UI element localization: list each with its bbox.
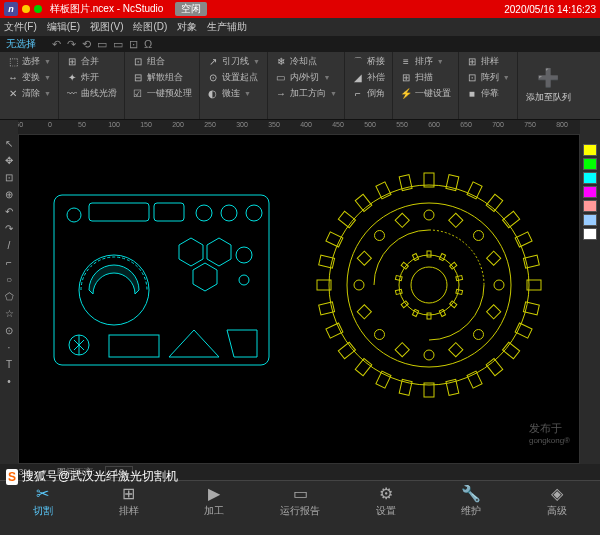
ribbon-停靠[interactable]: ■停靠	[463, 86, 513, 101]
ribbon-加工方向[interactable]: →加工方向▼	[272, 86, 340, 101]
svg-rect-56	[357, 251, 371, 265]
bottom-tab-维护[interactable]: 🔧维护	[429, 484, 515, 518]
tool-T[interactable]: T	[2, 357, 16, 371]
ribbon-倒角[interactable]: ⌐倒角	[349, 86, 388, 101]
watermark2-text: 发布于	[529, 421, 570, 436]
tool-/[interactable]: /	[2, 238, 16, 252]
tool-↷[interactable]: ↷	[2, 221, 16, 235]
qi7-icon[interactable]: Ω	[144, 38, 152, 51]
qi6-icon[interactable]: ⊡	[129, 38, 138, 51]
traffic-yellow-icon[interactable]	[22, 5, 30, 13]
dropdown-icon[interactable]: ▼	[244, 90, 251, 97]
ruler-tick: 200	[172, 121, 184, 128]
layer-swatch[interactable]	[583, 200, 597, 212]
ribbon-选择[interactable]: ⬚选择▼	[4, 54, 54, 69]
ribbon-变换[interactable]: ↔变换▼	[4, 70, 54, 85]
ribbon-排序[interactable]: ≡排序▼	[397, 54, 454, 69]
svg-point-61	[473, 231, 483, 241]
tool-✥[interactable]: ✥	[2, 153, 16, 167]
layer-swatch[interactable]	[583, 144, 597, 156]
ribbon-曲线光滑[interactable]: 〰曲线光滑	[63, 86, 120, 101]
qi3-icon[interactable]: ⟲	[82, 38, 91, 51]
bottom-tab-高级[interactable]: ◈高级	[514, 484, 600, 518]
menu-production[interactable]: 生产辅助	[207, 20, 247, 34]
dropdown-icon[interactable]: ▼	[253, 58, 260, 65]
ribbon-icon: ◢	[352, 72, 364, 84]
tool-⬠[interactable]: ⬠	[2, 289, 16, 303]
ribbon-合并[interactable]: ⊞合并	[63, 54, 120, 69]
dropdown-icon[interactable]: ▼	[330, 90, 337, 97]
bottom-tabs: ✂切割⊞排样▶加工▭运行报告⚙设置🔧维护◈高级	[0, 480, 600, 520]
layer-swatch[interactable]	[583, 228, 597, 240]
ribbon-icon: ⊡	[132, 56, 144, 68]
dropdown-icon[interactable]: ▼	[503, 74, 510, 81]
ribbon-icon: →	[275, 88, 287, 100]
svg-point-55	[354, 280, 364, 290]
tool-↖[interactable]: ↖	[2, 136, 16, 150]
ribbon-tab[interactable]: 无选择	[6, 37, 36, 51]
svg-point-78	[411, 267, 447, 303]
ribbon-一键设置[interactable]: ⚡一键设置	[397, 86, 454, 101]
ribbon-一键预处理[interactable]: ☑一键预处理	[129, 86, 195, 101]
tool-⊡[interactable]: ⊡	[2, 170, 16, 184]
ribbon-header: 无选择 ↶ ↷ ⟲ ▭ ▭ ⊡ Ω	[0, 36, 600, 52]
tool-↶[interactable]: ↶	[2, 204, 16, 218]
ribbon-冷却点[interactable]: ❄冷却点	[272, 54, 340, 69]
menu-edit[interactable]: 编辑(E)	[47, 20, 80, 34]
ribbon-icon: ⌐	[352, 88, 364, 100]
ribbon-解散组合[interactable]: ⊟解散组合	[129, 70, 195, 85]
dropdown-icon[interactable]: ▼	[44, 90, 51, 97]
ruler-tick: 350	[268, 121, 280, 128]
traffic-green-icon[interactable]	[34, 5, 42, 13]
bottom-tab-加工[interactable]: ▶加工	[171, 484, 257, 518]
tool-☆[interactable]: ☆	[2, 306, 16, 320]
ribbon-清除[interactable]: ✕清除▼	[4, 86, 54, 101]
dropdown-icon[interactable]: ▼	[44, 74, 51, 81]
menu-object[interactable]: 对象	[177, 20, 197, 34]
bottom-tab-排样[interactable]: ⊞排样	[86, 484, 172, 518]
ribbon-设置起点[interactable]: ⊙设置起点	[204, 70, 263, 85]
tool-·[interactable]: ·	[2, 340, 16, 354]
ribbon-引刀线[interactable]: ↗引刀线▼	[204, 54, 263, 69]
redo-icon[interactable]: ↷	[67, 38, 76, 51]
tool-⊙[interactable]: ⊙	[2, 323, 16, 337]
ribbon-微连[interactable]: ◐微连▼	[204, 86, 263, 101]
ribbon-补偿[interactable]: ◢补偿	[349, 70, 388, 85]
layer-swatch[interactable]	[583, 158, 597, 170]
tool-○[interactable]: ○	[2, 272, 16, 286]
bottom-tab-切割[interactable]: ✂切割	[0, 484, 86, 518]
menu-view[interactable]: 视图(V)	[90, 20, 123, 34]
menu-draw[interactable]: 绘图(D)	[133, 20, 167, 34]
ribbon-组合[interactable]: ⊡组合	[129, 54, 195, 69]
btab-icon: ▭	[293, 484, 308, 503]
add-to-queue-button[interactable]: ➕添加至队列	[518, 52, 579, 119]
tool-⊕[interactable]: ⊕	[2, 187, 16, 201]
qi4-icon[interactable]: ▭	[97, 38, 107, 51]
ribbon-炸开[interactable]: ✦炸开	[63, 70, 120, 85]
qi5-icon[interactable]: ▭	[113, 38, 123, 51]
ribbon-排样[interactable]: ⊞排样	[463, 54, 513, 69]
bottom-tab-设置[interactable]: ⚙设置	[343, 484, 429, 518]
tool-•[interactable]: •	[2, 374, 16, 388]
canvas[interactable]	[18, 134, 580, 464]
ribbon-扫描[interactable]: ⊞扫描	[397, 70, 454, 85]
ribbon-桥接[interactable]: ⌒桥接	[349, 54, 388, 69]
dropdown-icon[interactable]: ▼	[44, 58, 51, 65]
dropdown-icon[interactable]: ▼	[323, 74, 330, 81]
layer-swatch[interactable]	[583, 214, 597, 226]
svg-rect-71	[427, 313, 431, 319]
layer-swatch[interactable]	[583, 186, 597, 198]
ribbon-内/外切[interactable]: ▭内/外切▼	[272, 70, 340, 85]
tool-⌐[interactable]: ⌐	[2, 255, 16, 269]
svg-marker-9	[193, 263, 217, 291]
ribbon-icon: ✕	[7, 88, 19, 100]
btab-label: 排样	[119, 504, 139, 518]
dropdown-icon[interactable]: ▼	[437, 58, 444, 65]
layer-swatch[interactable]	[583, 172, 597, 184]
undo-icon[interactable]: ↶	[52, 38, 61, 51]
menu-file[interactable]: 文件(F)	[4, 20, 37, 34]
main-area: ↖✥⊡⊕↶↷/⌐○⬠☆⊙·T•	[0, 134, 600, 464]
ribbon-label: 排样	[481, 55, 499, 68]
bottom-tab-运行报告[interactable]: ▭运行报告	[257, 484, 343, 518]
ribbon-阵列[interactable]: ⊡阵列▼	[463, 70, 513, 85]
